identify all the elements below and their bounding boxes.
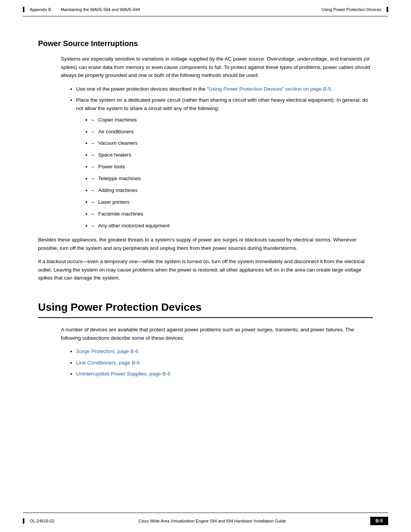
section-heading-power-source: Power Source Interruptions bbox=[38, 39, 373, 48]
footer-title: Cisco Wide Area Virtualization Engine 59… bbox=[139, 519, 286, 523]
dash-item-facsimile: Facsimile machines bbox=[91, 210, 373, 219]
dash-item-space: Space heaters bbox=[91, 151, 373, 160]
bullet-item-1: Use one of the power protection devices … bbox=[76, 85, 373, 93]
page-footer: OL-24619-02 Cisco Wide Area Virtualizati… bbox=[0, 513, 411, 532]
dash-item-air: Air conditioners bbox=[91, 128, 373, 136]
footer-doc-number: OL-24619-02 bbox=[30, 519, 54, 523]
section1-body: Systems are especially sensitive to vari… bbox=[38, 55, 373, 230]
section2-para1: A number of devices are available that p… bbox=[61, 326, 373, 342]
header-left-bar-icon bbox=[23, 7, 24, 12]
header-left: Appendix B Maintaining the WAVE-594 and … bbox=[23, 7, 140, 12]
bullet2-text: Place the system on a dedicated power ci… bbox=[76, 97, 368, 111]
section-power-source: Power Source Interruptions Systems are e… bbox=[38, 39, 373, 282]
header-section-title: Using Power Protection Devices bbox=[322, 7, 381, 12]
section1-para1: Systems are especially sensitive to vari… bbox=[61, 55, 373, 80]
section1-para3: If a blackout occurs—even a temporary on… bbox=[38, 257, 373, 282]
chapter-heading-power-protection: Using Power Protection Devices bbox=[38, 301, 373, 318]
header-appendix-label: Appendix B bbox=[30, 7, 51, 12]
link-item-line: Line Conditioners, page B-6 bbox=[76, 359, 373, 367]
link-ups[interactable]: Uninterruptible Power Supplies, page B-6 bbox=[76, 371, 170, 377]
dash-item-adding: Adding machines bbox=[91, 186, 373, 195]
section1-para2: Besides these appliances, the greatest t… bbox=[38, 236, 373, 252]
footer-right: B-5 bbox=[370, 517, 388, 525]
bullet1-prefix: Use one of the power protection devices … bbox=[76, 86, 207, 92]
header-right: Using Power Protection Devices bbox=[322, 7, 388, 12]
dash-item-copier: Copier machines bbox=[91, 116, 373, 125]
dash-item-motorized: Any other motorized equipment bbox=[91, 222, 373, 230]
bullet1-suffix: . bbox=[331, 86, 333, 92]
link-item-ups: Uninterruptible Power Supplies, page B-6 bbox=[76, 370, 373, 378]
link-line-conditioners[interactable]: Line Conditioners, page B-6 bbox=[76, 360, 140, 366]
bullet-item-2: Place the system on a dedicated power ci… bbox=[76, 96, 373, 230]
section2-body: A number of devices are available that p… bbox=[38, 326, 373, 378]
dash-item-vacuum: Vacuum cleaners bbox=[91, 139, 373, 148]
dash-item-teletype: Teletype machines bbox=[91, 174, 373, 183]
link-surge-protectors[interactable]: Surge Protectors, page B-6 bbox=[76, 348, 139, 354]
footer-left: OL-24619-02 bbox=[23, 518, 54, 524]
footer-center: Cisco Wide Area Virtualization Engine 59… bbox=[54, 519, 370, 523]
page-header: Appendix B Maintaining the WAVE-594 and … bbox=[0, 0, 411, 16]
link-item-surge: Surge Protectors, page B-6 bbox=[76, 347, 373, 356]
page: Appendix B Maintaining the WAVE-594 and … bbox=[0, 0, 411, 532]
dash-item-laser: Laser printers bbox=[91, 198, 373, 207]
header-right-bar-icon bbox=[387, 7, 388, 12]
bullet1-link[interactable]: "Using Power Protection Devices" section… bbox=[207, 86, 331, 92]
section-power-protection: Using Power Protection Devices A number … bbox=[38, 301, 373, 378]
dash-item-power-tools: Power tools bbox=[91, 163, 373, 171]
dash-list: Copier machines Air conditioners Vacuum … bbox=[91, 116, 373, 230]
main-content: Power Source Interruptions Systems are e… bbox=[0, 16, 411, 399]
section2-links-list: Surge Protectors, page B-6 Line Conditio… bbox=[76, 347, 373, 378]
section1-bullet-list: Use one of the power protection devices … bbox=[76, 85, 373, 230]
header-appendix-title: Maintaining the WAVE-594 and WAVE-694 bbox=[61, 7, 140, 12]
footer-content: OL-24619-02 Cisco Wide Area Virtualizati… bbox=[0, 513, 411, 532]
footer-left-bar-icon bbox=[23, 518, 24, 524]
footer-page-number: B-5 bbox=[370, 517, 388, 525]
